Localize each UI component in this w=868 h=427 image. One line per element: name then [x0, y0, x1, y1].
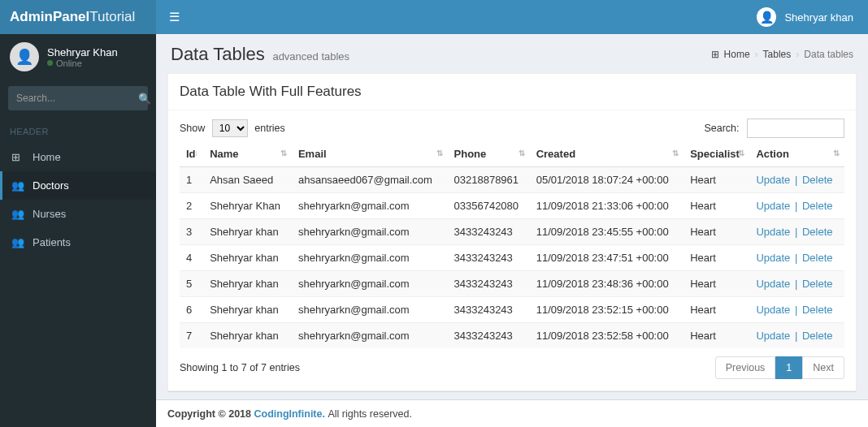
- chevron-right-icon: ›: [755, 49, 758, 60]
- cell-specialist: Heart: [684, 193, 749, 219]
- delete-link[interactable]: Delete: [802, 252, 833, 264]
- update-link[interactable]: Update: [756, 174, 790, 186]
- search-input[interactable]: [16, 93, 138, 104]
- cell-name: Shehryar khan: [203, 245, 292, 271]
- length-control: Show 10 entries: [180, 119, 285, 137]
- sort-icon: ⇅: [280, 149, 287, 157]
- table-row: 5Shehryar khanshehryarkn@gmail.com343324…: [180, 271, 844, 297]
- footer-link[interactable]: CodingInfinite.: [254, 408, 324, 420]
- update-link[interactable]: Update: [756, 226, 790, 238]
- cell-action: Update | Delete: [749, 167, 844, 193]
- main-content: Data Tables advanced tables ⊞ Home › Tab…: [156, 34, 868, 427]
- update-link[interactable]: Update: [756, 278, 790, 290]
- page-subtitle: advanced tables: [272, 50, 349, 63]
- table-row: 2Shehryar Khanshehryarkn@gmail.com033567…: [180, 193, 844, 219]
- cell-action: Update | Delete: [749, 323, 844, 349]
- delete-link[interactable]: Delete: [802, 174, 833, 186]
- sidebar-user-panel: 👤 Shehryar Khan Online: [0, 34, 156, 80]
- header-user-area[interactable]: 👤 Shehryar khan: [757, 7, 868, 27]
- col-header[interactable]: Specialist⇅: [684, 141, 749, 167]
- cell-name: Shehryar khan: [203, 219, 292, 245]
- cell-specialist: Heart: [684, 167, 749, 193]
- col-header[interactable]: Id↓: [180, 141, 203, 167]
- delete-link[interactable]: Delete: [802, 226, 833, 238]
- cell-email: ahsansaeed067@gmail.com: [292, 167, 448, 193]
- update-link[interactable]: Update: [756, 304, 790, 316]
- cell-name: Shehryar khan: [203, 323, 292, 349]
- sidebar-item-doctors[interactable]: 👥 Doctors: [0, 171, 156, 200]
- update-link[interactable]: Update: [756, 200, 790, 212]
- page-1-button[interactable]: 1: [775, 356, 802, 379]
- length-select[interactable]: 10: [212, 119, 248, 137]
- content-header: Data Tables advanced tables ⊞ Home › Tab…: [156, 34, 868, 73]
- col-header[interactable]: Phone⇅: [448, 141, 530, 167]
- cell-id: 1: [180, 167, 203, 193]
- cell-id: 4: [180, 245, 203, 271]
- cell-email: shehryarkn@gmail.com: [292, 271, 448, 297]
- col-header[interactable]: Created⇅: [530, 141, 684, 167]
- cell-name: Ahsan Saeed: [203, 167, 292, 193]
- cell-action: Update | Delete: [749, 245, 844, 271]
- sort-icon: ⇅: [672, 149, 679, 157]
- col-header[interactable]: Name⇅: [203, 141, 292, 167]
- table-info: Showing 1 to 7 of 7 entries: [180, 362, 300, 373]
- delete-link[interactable]: Delete: [802, 278, 833, 290]
- cell-phone: 3433243243: [448, 245, 530, 271]
- cell-created: 11/09/2018 23:45:55 +00:00: [530, 219, 684, 245]
- sort-icon: ⇅: [833, 149, 840, 157]
- cell-email: shehryarkn@gmail.com: [292, 219, 448, 245]
- cell-id: 7: [180, 323, 203, 349]
- cell-email: shehryarkn@gmail.com: [292, 297, 448, 323]
- cell-specialist: Heart: [684, 245, 749, 271]
- cell-created: 11/09/2018 21:33:06 +00:00: [530, 193, 684, 219]
- col-header[interactable]: Action⇅: [749, 141, 844, 167]
- cell-created: 11/09/2018 23:52:15 +00:00: [530, 297, 684, 323]
- header-user-name: Shehryar khan: [784, 11, 853, 24]
- sidebar-item-label: Patients: [33, 236, 71, 248]
- datatable-controls: Show 10 entries Search:: [180, 119, 844, 138]
- breadcrumb-current: Data tables: [804, 49, 853, 60]
- cell-specialist: Heart: [684, 219, 749, 245]
- menu-toggle-button[interactable]: ☰: [156, 10, 193, 24]
- search-control: Search:: [704, 119, 844, 138]
- action-separator: |: [792, 200, 801, 212]
- brand-bold: AdminPanel: [10, 9, 89, 25]
- data-table: Id↓Name⇅Email⇅Phone⇅Created⇅Specialist⇅A…: [180, 141, 844, 348]
- action-separator: |: [792, 252, 801, 264]
- brand-logo[interactable]: AdminPanelTutorial: [0, 0, 156, 34]
- dashboard-icon: ⊞: [11, 151, 24, 163]
- sidebar-item-nurses[interactable]: 👥 Nurses: [0, 200, 156, 228]
- delete-link[interactable]: Delete: [802, 304, 833, 316]
- update-link[interactable]: Update: [756, 252, 790, 264]
- breadcrumb-tables[interactable]: Tables: [763, 49, 792, 60]
- col-header[interactable]: Email⇅: [292, 141, 448, 167]
- table-search-input[interactable]: [747, 119, 844, 138]
- cell-created: 11/09/2018 23:48:36 +00:00: [530, 271, 684, 297]
- search-icon[interactable]: 🔍: [138, 93, 151, 105]
- footer: Copyright © 2018 CodingInfinite. All rig…: [156, 399, 868, 427]
- cell-phone: 3433243243: [448, 297, 530, 323]
- cell-action: Update | Delete: [749, 271, 844, 297]
- cell-name: Shehryar Khan: [203, 193, 292, 219]
- dashboard-icon: ⊞: [711, 49, 719, 60]
- avatar: 👤: [10, 42, 39, 71]
- top-header: AdminPanelTutorial ☰ 👤 Shehryar khan: [0, 0, 868, 34]
- sidebar-item-home[interactable]: ⊞ Home: [0, 143, 156, 171]
- users-icon: 👥: [11, 179, 24, 192]
- sidebar-search[interactable]: 🔍: [8, 86, 148, 110]
- delete-link[interactable]: Delete: [802, 200, 833, 212]
- table-row: 1Ahsan Saeedahsansaeed067@gmail.com03218…: [180, 167, 844, 193]
- sort-icon: ↓: [194, 149, 198, 157]
- cell-phone: 03356742080: [448, 193, 530, 219]
- prev-page-button[interactable]: Previous: [715, 356, 776, 379]
- sidebar-item-patients[interactable]: 👥 Patients: [0, 228, 156, 257]
- delete-link[interactable]: Delete: [802, 330, 833, 342]
- sidebar-item-label: Home: [33, 151, 61, 163]
- next-page-button[interactable]: Next: [802, 356, 844, 379]
- update-link[interactable]: Update: [756, 330, 790, 342]
- chevron-right-icon: ›: [796, 49, 799, 60]
- cell-email: shehryarkn@gmail.com: [292, 245, 448, 271]
- online-dot-icon: [47, 60, 53, 66]
- cell-email: shehryarkn@gmail.com: [292, 323, 448, 349]
- breadcrumb-home[interactable]: Home: [724, 49, 750, 60]
